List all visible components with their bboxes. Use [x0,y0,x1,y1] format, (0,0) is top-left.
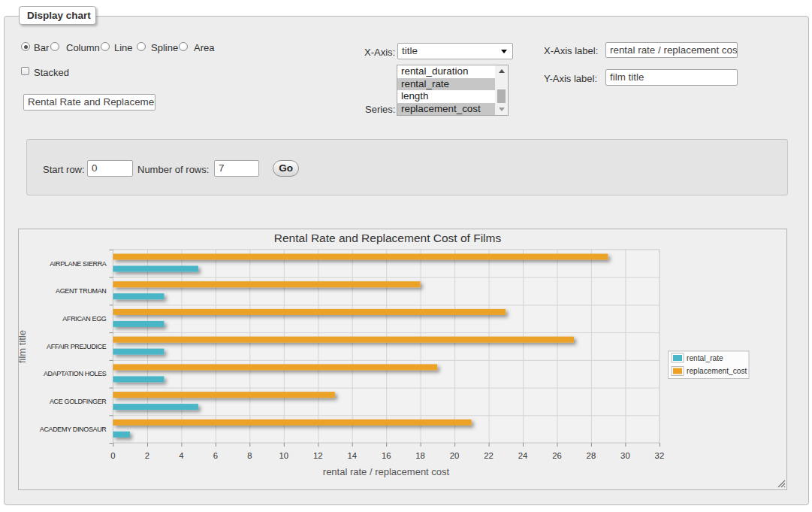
svg-text:AIRPLANE SIERRA: AIRPLANE SIERRA [50,260,107,268]
svg-text:6: 6 [213,451,218,460]
svg-text:28: 28 [587,451,596,460]
svg-text:16: 16 [382,451,391,460]
svg-text:ACE GOLDFINGER: ACE GOLDFINGER [50,398,107,405]
svg-text:2: 2 [145,451,149,460]
svg-text:24: 24 [518,451,528,460]
svg-text:Rental Rate and Replacement Co: Rental Rate and Replacement Cost of Film… [274,232,502,244]
svg-text:26: 26 [552,451,562,460]
svg-text:30: 30 [620,451,630,460]
svg-text:ACADEMY DINOSAUR: ACADEMY DINOSAUR [40,426,107,433]
svg-text:8: 8 [247,451,252,460]
svg-text:AFRICAN EGG: AFRICAN EGG [62,315,107,323]
svg-text:4: 4 [179,451,183,460]
svg-text:ADAPTATION HOLES: ADAPTATION HOLES [44,370,107,377]
svg-text:22: 22 [484,451,494,460]
svg-text:12: 12 [313,451,323,460]
svg-text:film title: film title [19,330,28,363]
svg-text:rental rate / replacement cost: rental rate / replacement cost [323,466,450,477]
svg-text:20: 20 [450,451,460,460]
svg-text:AFFAIR PREJUDICE: AFFAIR PREJUDICE [47,343,107,350]
svg-text:32: 32 [655,451,665,460]
svg-text:0: 0 [110,451,115,460]
svg-text:18: 18 [415,451,425,460]
svg-text:10: 10 [279,451,289,460]
svg-text:rental_rate: rental_rate [687,354,723,362]
svg-text:14: 14 [347,451,357,460]
svg-text:replacement_cost: replacement_cost [687,367,747,375]
svg-text:AGENT TRUMAN: AGENT TRUMAN [56,287,106,295]
